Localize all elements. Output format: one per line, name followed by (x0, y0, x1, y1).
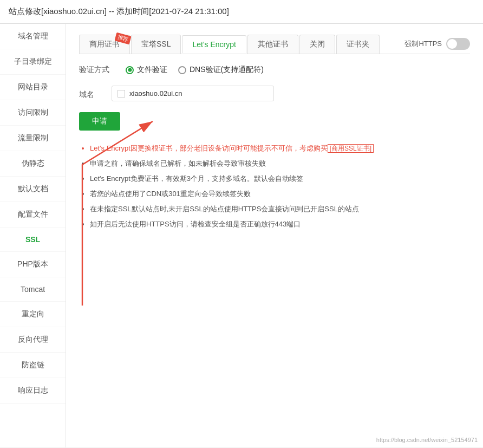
watermark: https://blog.csdn.net/weixin_52154971 (376, 437, 478, 443)
radio-dns-dot (178, 66, 186, 74)
sidebar-item-php[interactable]: PHP版本 (0, 252, 66, 277)
force-https-toggle[interactable] (446, 38, 470, 50)
tab-lets-encrypt[interactable]: Let's Encrypt (182, 35, 246, 53)
domain-section: 域名 xiaoshuo.02ui.cn (79, 86, 470, 101)
domain-label: 域名 (79, 86, 101, 100)
tab-commercial[interactable]: 商用证书推荐 (79, 35, 130, 54)
sidebar-item-tomcat[interactable]: Tomcat (0, 277, 66, 302)
domain-checkbox[interactable] (118, 90, 125, 98)
main-content: 商用证书推荐宝塔SSLLet's Encrypt其他证书关闭证书夹 强制HTTP… (66, 24, 483, 447)
force-https-label: 强制HTTPS (404, 39, 442, 49)
tab-other-cert[interactable]: 其他证书 (247, 35, 298, 54)
note-item-1: 申请之前，请确保域名已解析，如未解析会导致审核失败 (90, 157, 470, 171)
tab-close[interactable]: 关闭 (299, 35, 335, 54)
notes-list: Let's Encrypt因更换根证书，部分老旧设备访问时可能提示不可信，考虑购… (79, 141, 470, 231)
radio-group: 文件验证 DNS验证(支持通配符) (126, 65, 264, 75)
title-text: 站点修改[xiaoshuo.02ui.cn] -- 添加时间[2021-07-2… (9, 7, 229, 16)
radio-dns[interactable]: DNS验证(支持通配符) (178, 65, 264, 75)
sidebar-item-default-doc[interactable]: 默认文档 (0, 177, 66, 202)
sidebar-item-traffic[interactable]: 流量限制 (0, 126, 66, 151)
sidebar-item-redirect[interactable]: 重定向 (0, 302, 66, 327)
sidebar-item-access-log[interactable]: 响应日志 (0, 378, 66, 404)
sidebar-item-subdir[interactable]: 子目录绑定 (0, 49, 66, 75)
radio-dns-label: DNS验证(支持通配符) (190, 65, 264, 75)
tab-badge-commercial: 推荐 (114, 33, 131, 45)
title-bar: 站点修改[xiaoshuo.02ui.cn] -- 添加时间[2021-07-2… (0, 0, 483, 24)
note-item-0: Let's Encrypt因更换根证书，部分老旧设备访问时可能提示不可信，考虑购… (90, 141, 470, 155)
submit-button[interactable]: 申请 (79, 112, 120, 131)
tab-bar: 商用证书推荐宝塔SSLLet's Encrypt其他证书关闭证书夹 强制HTTP… (79, 35, 470, 54)
verify-section: 验证方式 文件验证 DNS验证(支持通配符) (79, 65, 470, 75)
force-https-section: 强制HTTPS (404, 38, 470, 50)
sidebar-item-ssl[interactable]: SSL (0, 228, 66, 252)
note-item-5: 如开启后无法使用HTTPS访问，请检查安全组是否正确放行443端口 (90, 217, 470, 231)
tab-baota-ssl[interactable]: 宝塔SSL (131, 35, 181, 54)
sidebar-item-hotlink[interactable]: 防盗链 (0, 353, 66, 378)
sidebar-item-reverse-proxy[interactable]: 反向代理 (0, 327, 66, 353)
sidebar-item-access[interactable]: 访问限制 (0, 100, 66, 126)
sidebar-item-domain[interactable]: 域名管理 (0, 24, 66, 49)
radio-file-dot (126, 66, 134, 74)
radio-file-label: 文件验证 (137, 65, 167, 75)
note-link-0[interactable]: [商用SSL证书] (328, 144, 374, 153)
domain-value: xiaoshuo.02ui.cn (129, 89, 182, 98)
radio-file[interactable]: 文件验证 (126, 65, 167, 75)
tab-cert-folder[interactable]: 证书夹 (336, 35, 380, 54)
note-item-3: 若您的站点使用了CDN或301重定向会导致续签失败 (90, 187, 470, 201)
verify-label: 验证方式 (79, 65, 109, 75)
domain-row: xiaoshuo.02ui.cn (112, 86, 274, 101)
sidebar-item-pseudo[interactable]: 伪静态 (0, 151, 66, 177)
domain-list: xiaoshuo.02ui.cn (112, 86, 274, 101)
sidebar-item-webdir[interactable]: 网站目录 (0, 75, 66, 100)
note-item-2: Let's Encrypt免费证书，有效期3个月，支持多域名。默认会自动续签 (90, 172, 470, 186)
sidebar: 域名管理子目录绑定网站目录访问限制流量限制伪静态默认文档配置文件SSLPHP版本… (0, 24, 66, 447)
note-item-4: 在未指定SSL默认站点时,未开启SSL的站点使用HTTPS会直接访问到已开启SS… (90, 202, 470, 216)
sidebar-item-config[interactable]: 配置文件 (0, 202, 66, 228)
